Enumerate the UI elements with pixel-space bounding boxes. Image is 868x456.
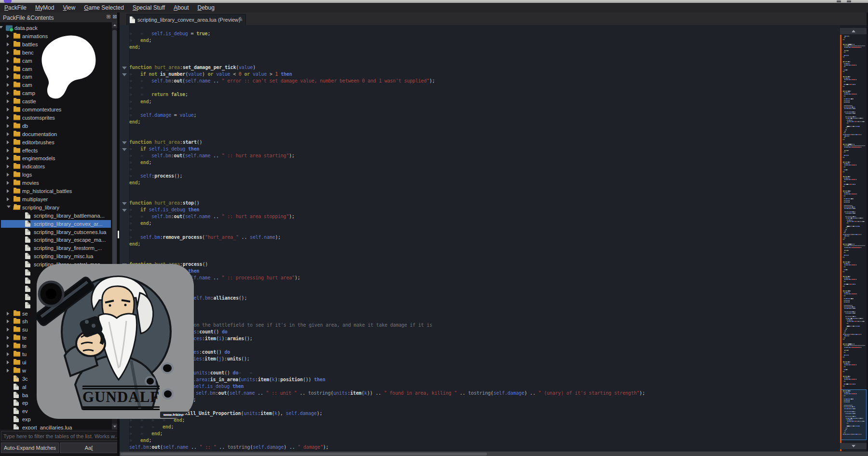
tree-row-folder[interactable]: data.pack xyxy=(1,24,111,32)
pencil-icon[interactable]: ✎ xyxy=(238,15,244,23)
folder-icon xyxy=(14,360,20,365)
chevron-down-icon[interactable] xyxy=(7,206,11,208)
window-minimize-icon[interactable] xyxy=(837,0,841,2)
chevron-right-icon[interactable] xyxy=(7,99,9,103)
tree-row-folder[interactable]: movies xyxy=(1,179,111,187)
editor-horizontal-scrollbar[interactable] xyxy=(120,451,868,456)
lua-file-icon xyxy=(25,302,30,308)
white-blob-overlay xyxy=(37,34,102,103)
tree-scroll-up-icon[interactable] xyxy=(112,22,117,28)
code-content[interactable]: »»self.is_debug = true;»end;end;function… xyxy=(120,25,840,451)
minimap-scrollbar[interactable] xyxy=(840,25,867,451)
tree-row-file[interactable]: scripting_library_misc.lua xyxy=(1,252,111,260)
chevron-right-icon[interactable] xyxy=(7,156,9,160)
chevron-right-icon[interactable] xyxy=(7,59,9,63)
menu-item-game-selected[interactable]: Game Selected xyxy=(80,3,128,13)
chevron-right-icon[interactable] xyxy=(7,42,9,46)
tree-row-folder[interactable]: effects xyxy=(1,147,111,154)
tree-row-file[interactable]: scripting_library_escape_ma... xyxy=(1,236,111,244)
chevron-right-icon[interactable] xyxy=(7,91,9,95)
tree-item-label: benc xyxy=(22,50,34,55)
folder-icon xyxy=(14,180,20,185)
chevron-right-icon[interactable] xyxy=(7,369,9,373)
tree-row-folder[interactable]: documentation xyxy=(1,130,111,138)
tree-row-folder[interactable]: enginemodels xyxy=(1,154,111,162)
tree-row-folder[interactable]: indicators xyxy=(1,163,111,170)
tab-scripting-library-convex-area[interactable]: scripting_library_convex_area.lua (Previ… xyxy=(126,14,246,26)
chevron-right-icon[interactable] xyxy=(7,132,9,136)
folder-icon xyxy=(14,197,20,202)
chevron-right-icon[interactable] xyxy=(7,344,9,348)
horizontal-scrollbar-handle[interactable] xyxy=(121,453,487,456)
chevron-right-icon[interactable] xyxy=(7,34,9,38)
bullet-hole xyxy=(163,364,172,372)
tree-row-folder[interactable]: commontextures xyxy=(1,106,111,113)
chevron-right-icon[interactable] xyxy=(7,189,9,193)
chevron-right-icon[interactable] xyxy=(7,116,9,120)
code-line: »end; xyxy=(129,38,151,44)
tree-row-file[interactable]: scripting_library_battlemana... xyxy=(1,212,111,220)
tree-item-label: cam xyxy=(22,66,32,72)
code-line: »self.damage = value; xyxy=(129,112,196,119)
menu-item-mymod[interactable]: MyMod xyxy=(31,3,58,13)
tree-item-label: scripting_library_firestorm_... xyxy=(34,245,102,251)
chevron-right-icon[interactable] xyxy=(7,108,9,111)
tree-row-file[interactable]: scripting_library_cutscenes.lua xyxy=(1,228,111,236)
tree-row-folder[interactable]: db xyxy=(1,122,111,130)
menu-item-about[interactable]: About xyxy=(169,3,193,13)
chevron-right-icon[interactable] xyxy=(7,67,9,71)
editor-scroll-up-icon[interactable] xyxy=(840,28,867,34)
window-close-icon[interactable] xyxy=(847,0,851,2)
chevron-right-icon[interactable] xyxy=(7,173,9,177)
chevron-right-icon[interactable] xyxy=(7,312,9,316)
code-line: »end; xyxy=(129,438,151,444)
tree-item-label: su xyxy=(22,327,28,332)
menu-item-special-stuff[interactable]: Special Stuff xyxy=(128,3,169,13)
editor-scroll-down-icon[interactable] xyxy=(840,443,867,449)
chevron-right-icon[interactable] xyxy=(7,197,9,201)
chevron-right-icon[interactable] xyxy=(7,75,9,79)
chevron-right-icon[interactable] xyxy=(7,124,9,128)
tree-item-label: camp xyxy=(22,90,35,96)
tree-row-folder[interactable]: logs xyxy=(1,171,111,179)
chevron-right-icon[interactable] xyxy=(7,336,9,340)
tree-row-file[interactable]: scripting_library_convex_ar... xyxy=(1,220,111,228)
splitter-handle[interactable] xyxy=(118,231,119,238)
chevron-right-icon[interactable] xyxy=(7,360,9,364)
code-editor[interactable]: »»self.is_debug = true;»end;end;function… xyxy=(120,25,840,451)
tree-scrollbar-handle[interactable] xyxy=(112,30,117,271)
chevron-right-icon[interactable] xyxy=(7,140,9,144)
lua-file-icon xyxy=(25,261,30,267)
chevron-right-icon[interactable] xyxy=(7,51,9,55)
menu-item-packfile[interactable]: PackFile xyxy=(0,3,31,13)
tree-row-folder[interactable]: multiplayer xyxy=(1,195,111,203)
tree-filter-input[interactable] xyxy=(1,431,120,441)
chevron-right-icon[interactable] xyxy=(7,165,9,168)
chevron-down-icon[interactable] xyxy=(0,26,3,28)
chevron-right-icon[interactable] xyxy=(7,319,9,323)
chevron-right-icon[interactable] xyxy=(7,352,9,356)
chevron-right-icon[interactable] xyxy=(7,149,9,152)
tree-item-label: enginemodels xyxy=(22,155,55,161)
tree-row-file[interactable]: scripting_library_firestorm_... xyxy=(1,244,111,252)
chevron-right-icon[interactable] xyxy=(7,181,9,185)
menu-item-view[interactable]: View xyxy=(58,3,80,13)
gundalf-image-overlay: GUNDALF www.friking.es xyxy=(37,264,194,419)
tree-row-folder[interactable]: mp_historical_battles xyxy=(1,187,111,195)
tree-row-folder[interactable]: editorbrushes xyxy=(1,138,111,146)
minimap-viewport-box[interactable] xyxy=(841,389,867,440)
chevron-right-icon[interactable] xyxy=(7,328,9,332)
tree-row-folder[interactable]: scripting_library xyxy=(1,204,111,211)
folder-icon xyxy=(14,42,20,47)
chevron-right-icon[interactable] xyxy=(7,83,9,87)
case-sensitive-button[interactable]: Aa[ xyxy=(60,442,118,453)
panel-float-icon[interactable]: ⊞ xyxy=(106,14,111,19)
tree-scroll-down-icon[interactable] xyxy=(112,424,117,429)
panel-title: PackFile &Contents xyxy=(3,14,54,21)
tree-row-file[interactable]: export_ancillaries.lua xyxy=(1,424,111,429)
label-bar-bottom2 xyxy=(82,409,160,410)
lua-file-icon xyxy=(14,424,19,429)
tree-row-folder[interactable]: customsprites xyxy=(1,114,111,122)
auto-expand-matches-button[interactable]: Auto-Expand Matches xyxy=(1,442,59,453)
menu-item-debug[interactable]: Debug xyxy=(193,3,218,13)
